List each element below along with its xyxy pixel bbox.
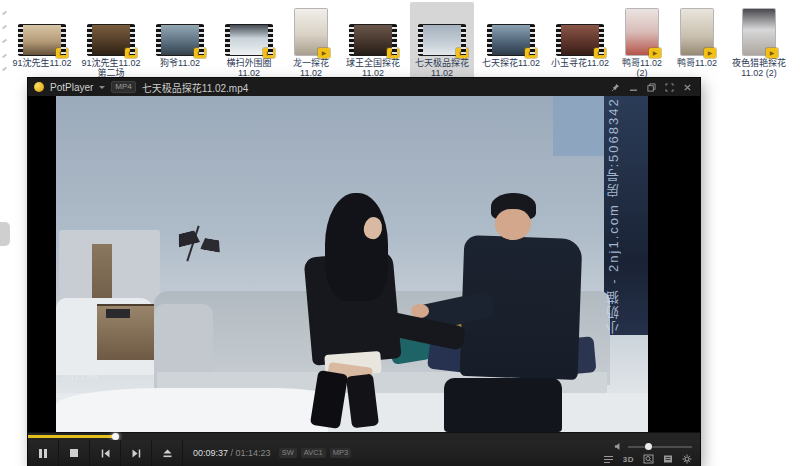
video-codec-badge: AVC1: [301, 448, 326, 458]
file-name: 91沈先生11.02 第二场: [82, 58, 141, 78]
video-thumbnail: ▶: [88, 25, 134, 55]
person-man-legs: [444, 378, 562, 432]
3d-mode-button[interactable]: 3D: [623, 455, 634, 464]
player-badge-icon: ▶: [456, 48, 468, 58]
play-pause-button[interactable]: [28, 440, 59, 466]
player-badge-icon: ▶: [387, 48, 399, 58]
player-badge-icon: ▶: [766, 48, 778, 58]
stop-button[interactable]: [59, 440, 90, 466]
file-item[interactable]: ▶夜色猎艳探花 11.02 (2): [727, 2, 791, 79]
volume-knob[interactable]: [645, 443, 652, 450]
minimize-icon[interactable]: [629, 83, 638, 92]
file-item[interactable]: ▶球王全国探花 11.02: [341, 2, 405, 79]
settings-gear-icon[interactable]: [682, 454, 692, 464]
control-panel-icon[interactable]: [663, 454, 673, 464]
corner-watermark: 2nj1.com: [62, 373, 98, 380]
file-item[interactable]: ▶小玉寻花11.02: [548, 2, 612, 69]
file-name: 七天极品探花 11.02: [415, 58, 469, 78]
file-name: 夜色猎艳探花 11.02 (2): [732, 58, 786, 78]
file-name: 横扫外围圈11.02: [219, 58, 279, 78]
seek-knob[interactable]: [112, 433, 119, 440]
video-thumbnail: ▶: [226, 25, 272, 55]
vertical-watermark: 小奶猫 - 2nj1.com 房号:5068342: [604, 106, 623, 334]
audio-codec-badge: MP3: [330, 448, 351, 458]
player-badge-icon: ▶: [56, 48, 68, 58]
file-name: 鸭哥11.02 (2): [619, 58, 665, 78]
player-badge-icon: ▶: [594, 48, 606, 58]
video-frame: 小奶猫 - 2nj1.com 房号:5068342 2nj1.com: [56, 96, 648, 432]
file-item[interactable]: ▶鸭哥11.02 (2): [617, 2, 667, 79]
volume-slider[interactable]: [628, 446, 692, 448]
video-area[interactable]: 小奶猫 - 2nj1.com 房号:5068342 2nj1.com: [28, 96, 700, 432]
next-button[interactable]: [121, 440, 152, 466]
utility-icons: 3D: [603, 454, 692, 464]
video-thumbnail: ▶: [419, 25, 465, 55]
open-file-button[interactable]: [152, 440, 183, 466]
decoder-badge: SW: [279, 448, 297, 458]
player-badge-icon: ▶: [194, 48, 206, 58]
pin-icon[interactable]: [611, 83, 620, 92]
person-man-face: [495, 209, 531, 241]
file-item[interactable]: ▶鸭哥11.02: [672, 2, 722, 69]
file-item[interactable]: ▶龙一探花11.02: [286, 2, 336, 79]
player-badge-icon: ▶: [525, 48, 537, 58]
fullscreen-icon[interactable]: [665, 83, 674, 92]
player-badge-icon: ▶: [318, 48, 330, 58]
eject-icon: [162, 448, 173, 459]
potplayer-window: PotPlayer MP4 七天极品探花11.02.mp4: [28, 78, 700, 466]
file-name: 鸭哥11.02: [677, 58, 717, 68]
menu-caret-icon[interactable]: [99, 86, 105, 89]
scene-preview-icon[interactable]: [643, 454, 654, 464]
file-name: 91沈先生11.02: [13, 58, 72, 68]
file-item[interactable]: ▶狗爷11.02: [148, 2, 212, 69]
desktop: ▶91沈先生11.02 ▶91沈先生11.02 第二场 ▶狗爷11.02 ▶横扫…: [0, 0, 800, 466]
potplayer-logo-icon: [34, 82, 44, 92]
current-time: 00:09:37: [193, 448, 228, 458]
time-display: 00:09:37 / 01:14:23: [193, 448, 271, 458]
video-thumbnail: ▶: [295, 9, 327, 55]
file-name: 狗爷11.02: [160, 58, 200, 68]
file-item[interactable]: ▶91沈先生11.02 第二场: [79, 2, 143, 79]
video-thumbnail: ▶: [350, 25, 396, 55]
video-thumbnail: ▶: [157, 25, 203, 55]
video-thumbnail: ▶: [626, 9, 658, 55]
titlebar[interactable]: PotPlayer MP4 七天极品探花11.02.mp4: [28, 78, 700, 96]
left-scrollbar-thumb[interactable]: [0, 222, 10, 246]
format-badge: MP4: [111, 81, 135, 93]
duration: 01:14:23: [236, 448, 271, 458]
floor-highlight: [56, 388, 328, 432]
file-name: 七天探花11.02: [482, 58, 540, 68]
close-icon[interactable]: [683, 83, 692, 92]
volume-control[interactable]: [614, 442, 692, 451]
video-thumbnail: ▶: [681, 9, 713, 55]
file-name: 球王全国探花 11.02: [346, 58, 400, 78]
previous-button[interactable]: [90, 440, 121, 466]
right-controls: 3D: [603, 442, 700, 464]
file-item[interactable]: ▶91沈先生11.02: [10, 2, 74, 69]
wall-lamp-shade: [200, 237, 222, 252]
video-thumbnail: ▶: [488, 25, 534, 55]
video-thumbnail: ▶: [19, 25, 65, 55]
file-item[interactable]: ▶横扫外围圈11.02: [217, 2, 281, 79]
restore-icon[interactable]: [647, 83, 656, 92]
speaker-icon[interactable]: [614, 442, 623, 451]
window-title: 七天极品探花11.02.mp4: [142, 80, 249, 95]
control-bar: 00:09:37 / 01:14:23 SW AVC1 MP3 3D: [28, 440, 700, 466]
pause-icon: [39, 449, 47, 458]
video-thumbnail: ▶: [743, 9, 775, 55]
file-item[interactable]: ▶夜色猎艳探花 11.02: [796, 2, 800, 79]
next-icon: [131, 448, 142, 459]
file-thumbnail-strip: ▶91沈先生11.02 ▶91沈先生11.02 第二场 ▶狗爷11.02 ▶横扫…: [0, 0, 800, 78]
app-name[interactable]: PotPlayer: [50, 82, 93, 93]
telephone: [106, 309, 130, 317]
player-badge-icon: ▶: [704, 48, 716, 58]
file-item-selected[interactable]: ▶七天极品探花 11.02: [410, 2, 474, 79]
window-buttons: [611, 83, 694, 92]
player-badge-icon: ▶: [125, 48, 137, 58]
file-item[interactable]: ▶七天探花11.02: [479, 2, 543, 69]
codec-badges: SW AVC1 MP3: [279, 448, 352, 458]
player-badge-icon: ▶: [649, 48, 661, 58]
stop-icon: [70, 449, 78, 457]
playlist-icon[interactable]: [603, 455, 614, 464]
video-thumbnail: ▶: [557, 25, 603, 55]
